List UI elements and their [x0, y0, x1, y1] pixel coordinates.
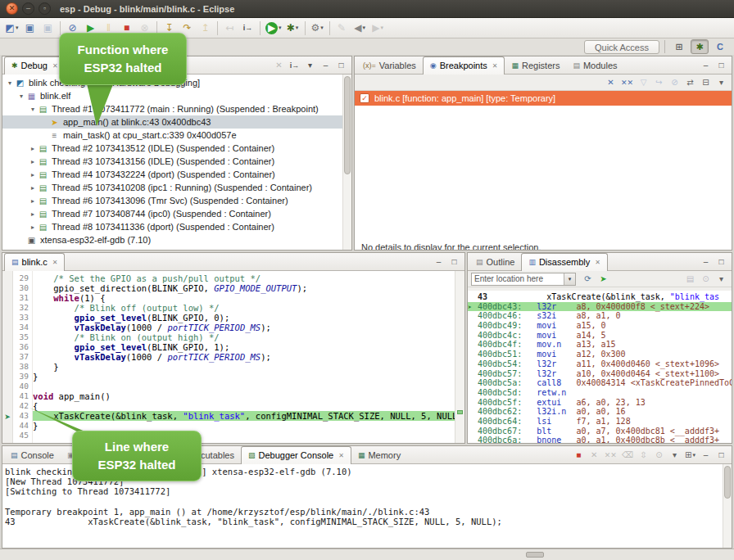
breakpoints-list[interactable]: ✓ blink.c [function: app_main] [type: Te… [355, 91, 732, 250]
ruler-row[interactable] [2, 323, 12, 332]
minimize-view-icon[interactable]: – [699, 255, 713, 269]
tab-disassembly-close-icon[interactable]: ✕ [595, 259, 600, 266]
window-maximize-button[interactable]: ▫ [39, 2, 51, 15]
debug-tree[interactable]: ▾◩blink checking [GDB Hardware Debugging… [2, 75, 342, 250]
ruler-row[interactable] [2, 352, 12, 362]
code-line-30[interactable]: gpio_set_direction(BLINK_GPIO, GPIO_MODE… [33, 283, 455, 293]
location-dropdown-icon[interactable]: ▾ [564, 273, 575, 285]
disassembly-line[interactable]: 400dbc51: movi a12, 0x300 [468, 350, 732, 359]
ruler-row[interactable] [2, 273, 12, 283]
jump-to-pc-icon[interactable]: ➤ [596, 272, 610, 286]
ruler-row[interactable] [2, 431, 12, 440]
disassembly-line[interactable]: 400dbc4c: movi a14, 5 [468, 331, 732, 341]
disassembly-line[interactable]: 400dbc6a: bnone a0, a1, 0x400dbc8b <__ad… [468, 436, 732, 443]
disassembly-line[interactable]: 400dbc57: l32r a10, 0x400d0464 <_stext+1… [468, 369, 732, 379]
code-line-33[interactable]: gpio_set_level(BLINK_GPIO, 0); [33, 313, 455, 323]
minimize-view-icon[interactable]: – [699, 58, 713, 73]
expander-icon[interactable]: ▾ [29, 106, 37, 113]
sash-handle[interactable] [526, 552, 544, 558]
new-wizard-icon[interactable]: ◩▾ [3, 20, 20, 37]
disassembly-source-line[interactable]: 43 xTaskCreate(&blink_task, "blink_tas [468, 292, 732, 302]
tab-breakpoints[interactable]: ◉Breakpoints✕ [423, 56, 505, 75]
expander-icon[interactable]: ▸ [29, 210, 37, 218]
minimize-view-icon[interactable]: – [319, 58, 333, 73]
instruction-stepping-icon[interactable]: i→ [239, 20, 256, 37]
tab-breakpoints-close-icon[interactable]: ✕ [492, 62, 498, 70]
code-line-34[interactable]: vTaskDelay(1000 / portTICK_PERIOD_MS); [33, 323, 455, 332]
maximize-view-icon[interactable]: □ [714, 58, 728, 73]
debug-tree-item[interactable]: ▣xtensa-esp32-elf-gdb (7.10) [2, 233, 342, 246]
collapse-all-icon[interactable]: ⊟ [699, 75, 713, 89]
ruler-row[interactable] [2, 382, 12, 391]
ruler-row[interactable] [2, 342, 12, 352]
expander-icon[interactable]: ▸ [29, 224, 37, 231]
back-icon[interactable]: ◀▾ [351, 20, 369, 37]
ruler-row[interactable] [2, 293, 12, 303]
maximize-view-icon[interactable]: □ [447, 255, 461, 269]
external-tools-icon[interactable]: ⚙▾ [309, 20, 326, 37]
location-input[interactable]: Enter location here ▾ [471, 273, 576, 286]
window-close-button[interactable]: ✕ [6, 2, 18, 15]
ruler-row[interactable] [2, 391, 12, 401]
disassembly-line[interactable]: 400dbc5d: retw.n [468, 388, 732, 398]
remove-all-breakpoints-icon[interactable]: ✕✕ [619, 75, 635, 89]
code-line-36[interactable]: gpio_set_level(BLINK_GPIO, 1); [33, 342, 455, 352]
debug-tree-item[interactable]: ≡main_task() at cpu_start.c:339 0x400d05… [2, 129, 342, 142]
disassembly-line[interactable]: 400dbc4f: mov.n a13, a15 [468, 340, 732, 350]
debug-view-menu-icon[interactable]: ▾ [303, 58, 317, 73]
instruction-stepping-mode-icon[interactable]: i→ [288, 58, 301, 73]
expander-icon[interactable]: ▾ [6, 79, 14, 87]
debug-tree-item[interactable]: ▸▤Thread #4 1073432224 (dport) (Suspende… [2, 168, 342, 181]
debug-scrollbar[interactable] [342, 75, 351, 250]
tab-disassembly[interactable]: ▥Disassembly✕ [521, 253, 608, 271]
ruler-row[interactable] [2, 303, 12, 313]
tab-modules[interactable]: ▤Modules [566, 56, 623, 75]
disassembly-line[interactable]: 400dbc62: l32i.n a0, a0, 16 [468, 407, 732, 417]
debug-perspective-button[interactable]: ✱ [691, 39, 709, 54]
run-icon[interactable]: ▶▾ [264, 20, 283, 37]
maximize-view-icon[interactable]: □ [334, 58, 348, 73]
tab-variables[interactable]: (x)=Variables [356, 56, 423, 75]
cpp-perspective-button[interactable]: C [711, 39, 729, 54]
link-with-debug-view-icon[interactable]: ⇄ [683, 75, 697, 89]
disassembly-line[interactable]: ➤400dbc43: l32r a8, 0x400d00f8 <_stext+2… [468, 302, 732, 312]
terminate-console-icon[interactable]: ■ [572, 448, 586, 463]
save-icon[interactable]: ▣ [21, 20, 39, 37]
disassembly-line[interactable]: 400dbc5f: extui a6, a0, 23, 13 [468, 398, 732, 408]
maximize-view-icon[interactable]: □ [714, 255, 728, 269]
display-selected-console-icon[interactable]: ▾ [668, 448, 682, 463]
tab-memory[interactable]: ▦Memory [351, 446, 407, 464]
code-line-41[interactable]: void app_main() [33, 391, 455, 401]
disassembly-line[interactable]: 400dbc67: blt a0, a7, 0x400dbc81 <__addd… [468, 427, 732, 436]
tab-blink-c[interactable]: ▤blink.c✕ [4, 253, 65, 271]
expander-icon[interactable]: ▸ [29, 171, 37, 178]
code-line-32[interactable]: /* Blink off (output low) */ [33, 303, 455, 313]
editor-overview-ruler[interactable] [455, 271, 464, 443]
debug-tree-item[interactable]: ▸▤Thread #8 1073411336 (dport) (Suspende… [2, 220, 342, 233]
code-line-38[interactable]: } [33, 362, 455, 372]
debug-icon[interactable]: ✱▾ [284, 20, 301, 37]
editor-breakpoint-ruler[interactable]: ➤ [2, 271, 13, 443]
disassembly-line[interactable]: 400dbc54: l32r a11, 0x400d0460 <_stext+1… [468, 359, 732, 369]
disassembly-content[interactable]: 43 xTaskCreate(&blink_task, "blink_tas➤4… [468, 291, 732, 443]
ruler-row[interactable] [2, 372, 12, 382]
ruler-row[interactable] [2, 313, 12, 323]
quick-access-button[interactable]: Quick Access [584, 40, 659, 54]
expander-icon[interactable]: ▸ [29, 145, 37, 152]
ruler-row[interactable]: ➤ [2, 411, 12, 421]
tab-blink-c-close-icon[interactable]: ✕ [52, 259, 58, 266]
disassembly-line[interactable]: 400dbc5a: call8 0x40084314 <xTaskCreateP… [468, 378, 732, 388]
tab-debugger-console[interactable]: ▧Debugger Console✕ [241, 446, 351, 464]
expander-icon[interactable]: ▸ [29, 184, 37, 192]
tab-registers[interactable]: ▦Registers [505, 56, 566, 75]
console-scrollbar[interactable] [723, 464, 732, 548]
code-line-35[interactable]: /* Blink on (output high) */ [33, 332, 455, 342]
expander-icon[interactable]: ▾ [17, 93, 25, 100]
ruler-row[interactable] [2, 362, 12, 372]
code-line-39[interactable]: } [33, 372, 455, 382]
debug-tree-item[interactable]: ▸▤Thread #3 1073413156 (IDLE) (Suspended… [2, 155, 342, 168]
expander-icon[interactable]: ▸ [29, 158, 37, 165]
minimize-view-icon[interactable]: – [432, 255, 446, 269]
disassembly-line[interactable]: 400dbc49: movi a15, 0 [468, 321, 732, 331]
remove-breakpoint-icon[interactable]: ✕ [604, 75, 618, 89]
